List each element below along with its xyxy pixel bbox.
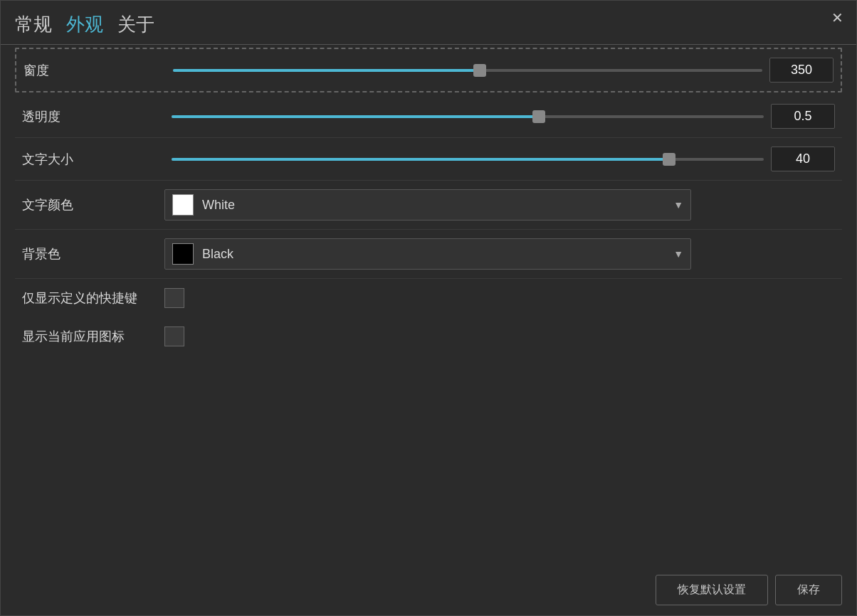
settings-window: 常规 外观 关于 ✕ 窗度 透明度	[0, 0, 857, 616]
bgcolor-dropdown-icon: ▼	[673, 248, 683, 260]
fontsize-slider-container	[172, 158, 764, 161]
opacity-value-input[interactable]	[771, 104, 835, 129]
width-slider-fill	[173, 69, 480, 72]
show-appicon-checkbox[interactable]	[164, 326, 184, 346]
tab-list: 常规 外观 关于	[15, 12, 154, 37]
bgcolor-row: 背景色 Black ▼	[15, 230, 842, 279]
textcolor-select[interactable]: White ▼	[164, 189, 691, 221]
tab-about[interactable]: 关于	[117, 12, 154, 37]
fontsize-slider-track	[172, 158, 764, 161]
opacity-row: 透明度	[15, 95, 842, 138]
show-defined-label: 仅显示定义的快捷键	[22, 290, 164, 307]
opacity-label: 透明度	[22, 108, 164, 125]
title-bar: 常规 外观 关于 ✕	[1, 1, 856, 44]
content-area: 窗度 透明度 文字大小	[1, 45, 856, 565]
fontsize-slider-thumb[interactable]	[663, 153, 675, 166]
bgcolor-select[interactable]: Black ▼	[164, 238, 691, 270]
textcolor-swatch	[172, 194, 194, 216]
fontsize-label: 文字大小	[22, 151, 164, 168]
textcolor-label: 文字颜色	[22, 196, 164, 213]
textcolor-dropdown-icon: ▼	[673, 199, 683, 211]
width-value-input[interactable]	[769, 58, 834, 83]
width-slider-thumb[interactable]	[473, 64, 486, 77]
bgcolor-value: Black	[202, 247, 673, 262]
width-row: 窗度	[15, 48, 842, 92]
width-slider-track	[173, 69, 762, 72]
opacity-slider-track	[172, 115, 764, 118]
tab-appearance[interactable]: 外观	[66, 12, 103, 37]
fontsize-value-input[interactable]	[771, 147, 835, 171]
close-button[interactable]: ✕	[831, 11, 843, 25]
show-defined-row: 仅显示定义的快捷键	[15, 279, 842, 317]
width-slider-container	[173, 69, 762, 72]
bgcolor-label: 背景色	[22, 245, 164, 262]
textcolor-value: White	[202, 198, 673, 213]
fontsize-row: 文字大小	[15, 138, 842, 181]
reset-button[interactable]: 恢复默认设置	[656, 575, 768, 605]
opacity-slider-thumb[interactable]	[532, 110, 545, 123]
opacity-slider-container	[172, 115, 764, 118]
opacity-slider-fill	[172, 115, 539, 118]
tab-general[interactable]: 常规	[15, 12, 52, 37]
bgcolor-swatch	[172, 243, 194, 265]
show-appicon-label: 显示当前应用图标	[22, 328, 164, 345]
footer: 恢复默认设置 保存	[1, 565, 856, 615]
show-defined-checkbox[interactable]	[164, 288, 184, 308]
fontsize-slider-fill	[172, 158, 669, 161]
textcolor-row: 文字颜色 White ▼	[15, 181, 842, 230]
show-appicon-row: 显示当前应用图标	[15, 317, 842, 356]
save-button[interactable]: 保存	[775, 575, 842, 605]
width-label: 窗度	[23, 62, 166, 79]
